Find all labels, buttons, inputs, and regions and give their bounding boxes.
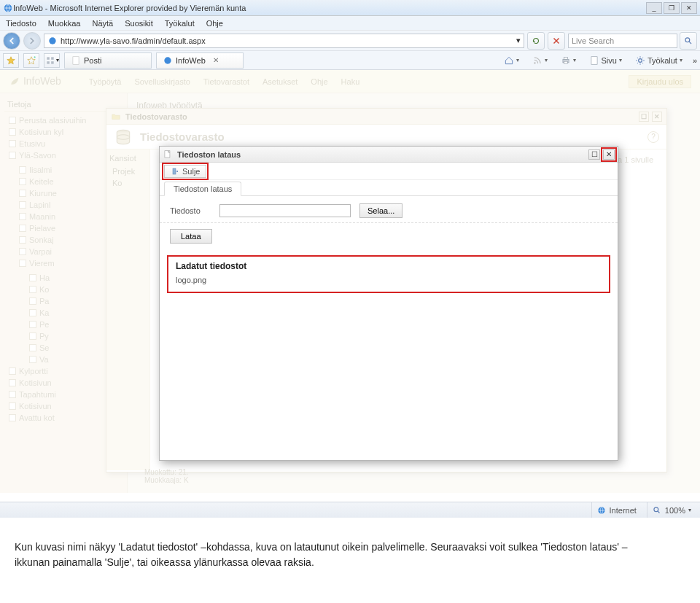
uploaded-files-heading: Ladatut tiedostot — [176, 261, 602, 271]
arrow-right-icon — [27, 36, 37, 46]
overflow-chevron[interactable]: » — [693, 56, 697, 65]
search-input[interactable]: Live Search — [568, 34, 677, 48]
app-topbar: InfoWeb Työpöytä Sovelluskirjasto Tietov… — [0, 70, 700, 93]
folder-item[interactable]: Projek — [112, 166, 147, 177]
upload-button[interactable]: Lataa — [170, 229, 212, 244]
menu-nayta[interactable]: Näytä — [89, 17, 116, 29]
app-logo: InfoWeb — [9, 75, 61, 87]
menu-suosikit[interactable]: Suosikit — [122, 17, 156, 29]
folder-icon — [111, 112, 121, 122]
upload-action-row: Lataa — [160, 223, 618, 251]
app-nav-haku[interactable]: Haku — [341, 77, 360, 86]
app-nav-tyopoyta[interactable]: Työpöytä — [89, 77, 122, 86]
tools-menu[interactable]: Työkalut▾ — [630, 53, 688, 68]
url-dropdown-icon[interactable]: ▾ — [516, 36, 521, 45]
tab-posti-label: Posti — [84, 56, 101, 65]
sidebar-title: Tietoja — [4, 98, 122, 112]
home-button[interactable]: ▾ — [499, 53, 524, 68]
address-bar[interactable]: http://www.yla-savo.fi/admin/default.asp… — [44, 34, 524, 48]
upload-button-label: Lataa — [181, 232, 201, 241]
menu-ohje[interactable]: Ohje — [203, 17, 226, 29]
svg-rect-12 — [564, 61, 567, 63]
menu-muokkaa[interactable]: Muokkaa — [45, 17, 84, 29]
window-title: InfoWeb - Microsoft Internet Explorer pr… — [13, 4, 645, 12]
uploaded-file-name: logo.png — [176, 276, 602, 284]
status-zoom[interactable]: 100% ▾ — [647, 502, 696, 518]
app-logout-button[interactable]: Kirjaudu ulos — [629, 75, 691, 88]
svg-point-9 — [534, 62, 535, 63]
window-close-button[interactable]: ✕ — [681, 2, 697, 14]
chevron-down-icon: ▾ — [573, 57, 576, 63]
refresh-icon — [531, 36, 541, 46]
svg-rect-4 — [51, 57, 54, 60]
app-nav-ohje[interactable]: Ohje — [311, 77, 327, 86]
browse-button[interactable]: Selaa... — [359, 203, 402, 218]
file-path-input[interactable] — [219, 204, 351, 217]
gear-icon — [635, 55, 645, 66]
feeds-button[interactable]: ▾ — [527, 53, 553, 68]
upload-close-button[interactable]: ✕ — [603, 149, 615, 160]
page-menu-label: Sivu — [602, 56, 617, 65]
nav-forward-button[interactable] — [23, 32, 41, 50]
globe-icon — [596, 505, 607, 516]
status-bar: Internet 100% ▾ — [0, 502, 700, 518]
svg-rect-11 — [564, 57, 567, 59]
tab-grid-button[interactable]: ▾ — [44, 53, 60, 68]
tab-posti[interactable]: Posti — [64, 52, 152, 69]
tab-close-icon[interactable]: ✕ — [213, 56, 219, 64]
browser-navbar: http://www.yla-savo.fi/admin/default.asp… — [0, 31, 700, 51]
svg-point-8 — [164, 57, 171, 63]
filestore-heading: Tiedostovarasto — [140, 131, 225, 143]
tab-infoweb-label: InfoWeb — [176, 56, 206, 65]
print-button[interactable]: ▾ — [556, 53, 581, 68]
menu-tyokalut[interactable]: Työkalut — [162, 17, 198, 29]
database-icon — [114, 128, 133, 147]
upload-maximize-button[interactable]: ☐ — [588, 149, 600, 160]
app-nav-asetukset[interactable]: Asetukset — [262, 77, 298, 86]
page-menu[interactable]: Sivu▾ — [584, 53, 627, 68]
filestore-close-button[interactable]: ✕ — [652, 112, 662, 122]
grid-icon — [45, 55, 55, 66]
favorites-star-button[interactable] — [3, 53, 19, 68]
sulje-button[interactable]: Sulje — [164, 165, 206, 178]
help-icon[interactable]: ? — [648, 131, 659, 143]
nav-back-button[interactable] — [3, 32, 20, 50]
folder-item[interactable]: Ko — [112, 177, 147, 189]
stop-icon — [551, 36, 561, 46]
document-icon — [163, 149, 173, 160]
app-logo-label: InfoWeb — [23, 75, 61, 87]
svg-rect-5 — [47, 61, 50, 64]
svg-rect-7 — [73, 56, 79, 64]
status-zone: Internet — [591, 502, 641, 518]
status-zoom-label: 100% — [665, 506, 685, 515]
chevron-down-icon: ▾ — [688, 507, 691, 513]
chevron-down-icon: ▾ — [56, 57, 59, 63]
filestore-title: Tiedostovarasto — [125, 112, 187, 121]
tab-infoweb[interactable]: InfoWeb ✕ — [156, 52, 244, 69]
stop-button[interactable] — [548, 32, 565, 50]
add-favorite-button[interactable] — [23, 53, 39, 68]
filestore-modified: Muokattu: 21. — [144, 468, 189, 476]
app-nav-sovelluskirjasto[interactable]: Sovelluskirjasto — [134, 77, 190, 86]
upload-dialog: Tiedoston lataus ☐ ✕ Sulje Tiedoston lat… — [159, 146, 618, 461]
search-go-button[interactable] — [680, 32, 697, 50]
file-field-label: Tiedosto — [170, 206, 211, 215]
star-plus-icon — [26, 55, 36, 66]
window-restore-button[interactable]: ❐ — [664, 2, 680, 14]
browser-tools: ▾ ▾ ▾ Sivu▾ Työkalut▾ » — [499, 53, 698, 68]
svg-rect-18 — [173, 168, 176, 174]
upload-tabs: Tiedoston lataus — [160, 180, 618, 196]
app-nav-tietovarastot[interactable]: Tietovarastot — [203, 77, 249, 86]
filestore-max-button[interactable]: ☐ — [639, 112, 649, 122]
window-minimize-button[interactable]: _ — [646, 2, 662, 14]
filestore-folders-title: Kansiot — [109, 154, 147, 163]
menu-tiedosto[interactable]: Tiedosto — [3, 17, 39, 29]
chevron-down-icon: ▾ — [545, 57, 548, 63]
svg-point-14 — [639, 58, 642, 62]
svg-point-2 — [685, 37, 690, 42]
browser-menubar: Tiedosto Muokkaa Näytä Suosikit Työkalut… — [0, 16, 700, 31]
window-buttons: _ ❐ ✕ — [645, 2, 697, 14]
refresh-button[interactable] — [527, 32, 545, 50]
upload-tab[interactable]: Tiedoston lataus — [164, 182, 241, 196]
page-icon — [71, 55, 81, 66]
